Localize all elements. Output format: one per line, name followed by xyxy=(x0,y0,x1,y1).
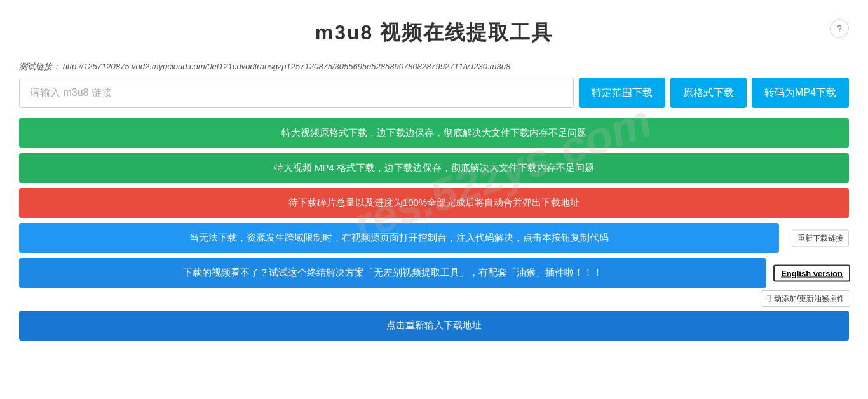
bar5-wrapper: 下载的视频看不了？试试这个终结解决方案「无差别视频提取工具」，有配套「油猴」插件… xyxy=(19,258,766,288)
info-bar-3[interactable]: 待下载碎片总量以及进度为100%全部完成后将自动合并弹出下载地址 xyxy=(19,188,849,218)
test-link-label: 测试链接： xyxy=(19,62,60,71)
bar4-wrapper: 当无法下载，资源发生跨域限制时，在视频源页面打开控制台，注入代码解决，点击本按钮… xyxy=(19,223,779,253)
reload-link-button[interactable]: 重新下载链接 xyxy=(792,229,849,247)
bar6-wrapper: 点击重新输入下载地址 xyxy=(19,311,849,341)
range-download-button[interactable]: 特定范围下载 xyxy=(579,78,665,108)
info-bar-4[interactable]: 当无法下载，资源发生跨域限制时，在视频源页面打开控制台，注入代码解决，点击本按钮… xyxy=(19,223,779,253)
bar3-wrapper: 待下载碎片总量以及进度为100%全部完成后将自动合并弹出下载地址 xyxy=(19,188,849,218)
info-bar-1[interactable]: 特大视频原格式下载，边下载边保存，彻底解决大文件下载内存不足问题 xyxy=(19,118,849,148)
info-bar-6[interactable]: 点击重新输入下载地址 xyxy=(19,311,849,341)
info-bar-5[interactable]: 下载的视频看不了？试试这个终结解决方案「无差别视频提取工具」，有配套「油猴」插件… xyxy=(19,258,766,288)
bar1-wrapper: 特大视频原格式下载，边下载边保存，彻底解决大文件下载内存不足问题 xyxy=(19,118,849,148)
english-version-button[interactable]: English version xyxy=(773,264,850,281)
bar2-wrapper: 特大视频 MP4 格式下载，边下载边保存，彻底解决大文件下载内存不足问题 xyxy=(19,153,849,183)
url-input[interactable] xyxy=(19,78,574,108)
header: m3u8 视频在线提取工具 ? xyxy=(19,0,849,53)
test-link-url: http://1257120875.vod2.myqcloud.com/0ef1… xyxy=(63,62,511,71)
page-title: m3u8 视频在线提取工具 xyxy=(19,19,849,47)
original-download-button[interactable]: 原格式下载 xyxy=(670,78,747,108)
manual-plugin-button[interactable]: 手动添加/更新油猴插件 xyxy=(761,290,850,307)
test-link-row: 测试链接： http://1257120875.vod2.myqcloud.co… xyxy=(19,53,849,78)
info-bar-2[interactable]: 特大视频 MP4 格式下载，边下载边保存，彻底解决大文件下载内存不足问题 xyxy=(19,153,849,183)
mp4-download-button[interactable]: 转码为MP4下载 xyxy=(752,78,849,108)
help-button[interactable]: ? xyxy=(830,19,849,38)
page-wrapper: res.52zys.com m3u8 视频在线提取工具 ? 测试链接： http… xyxy=(0,0,868,399)
input-row: 特定范围下载 原格式下载 转码为MP4下载 xyxy=(19,78,849,108)
